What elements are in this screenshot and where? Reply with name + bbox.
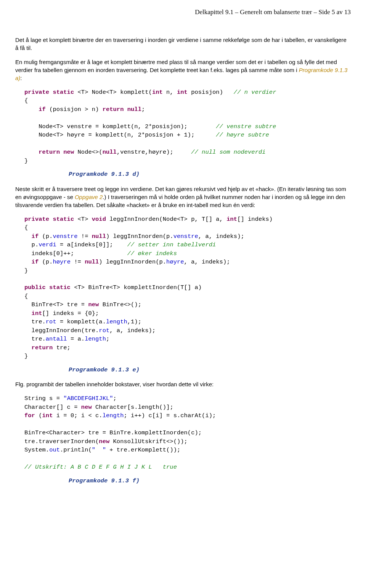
paragraph-2: En mulig fremgangsmåte er å lage et komp… bbox=[15, 58, 351, 82]
code-caption-3: Programkode 9.1.3 f) bbox=[69, 477, 351, 485]
chapter-title: Generelt om balanserte trær bbox=[240, 8, 312, 16]
code-caption-2: Programkode 9.1.3 e) bbox=[69, 366, 351, 374]
page-number: Side 5 av 13 bbox=[318, 8, 351, 16]
paragraph-1: Det å lage et komplett binærtre der en t… bbox=[15, 36, 351, 52]
link-oppgave-2[interactable]: Oppgave 2 bbox=[75, 194, 103, 200]
paragraph-3: Neste skritt er å traversere treet og le… bbox=[15, 185, 351, 209]
code-block-1: private static <T> Node<T> komplett(int … bbox=[24, 88, 351, 165]
code-caption-1: Programkode 9.1.3 d) bbox=[69, 170, 351, 179]
code-block-3: String s = "ABCDEFGHIJKL"; Character[] c… bbox=[24, 394, 351, 471]
code-block-2: private static <T> void leggInnInorden(N… bbox=[24, 215, 351, 361]
page-header: Delkapittel 9.1 – Generelt om balanserte… bbox=[15, 8, 351, 17]
chapter-label: Delkapittel 9.1 bbox=[195, 8, 233, 16]
paragraph-4: Flg. programbit der tabellen inneholder … bbox=[15, 380, 351, 388]
